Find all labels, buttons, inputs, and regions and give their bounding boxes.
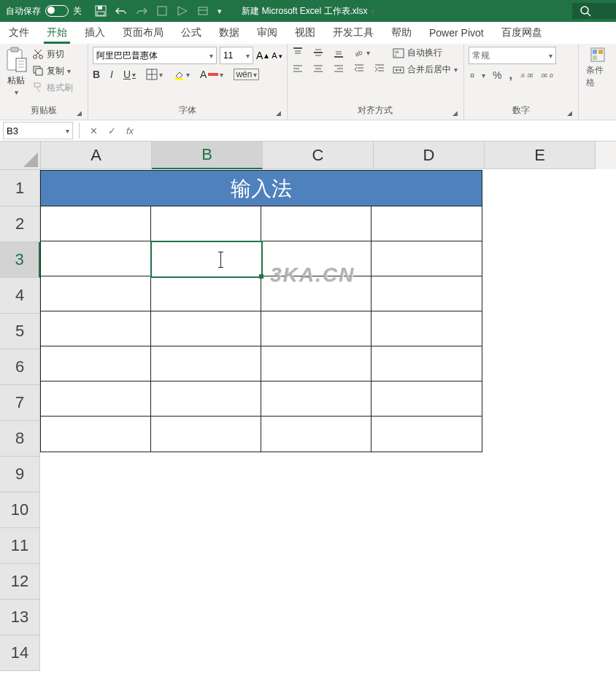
row-header-6[interactable]: 6 bbox=[0, 349, 40, 385]
search-box[interactable] bbox=[572, 3, 616, 19]
decrease-font-icon[interactable]: A▾ bbox=[272, 51, 282, 60]
cell-A4[interactable] bbox=[40, 276, 152, 312]
row-header-8[interactable]: 8 bbox=[0, 421, 40, 457]
col-header-B[interactable]: B bbox=[152, 142, 263, 169]
cell-C8[interactable] bbox=[261, 416, 372, 452]
cell-A2[interactable] bbox=[40, 206, 152, 242]
cell-B3[interactable] bbox=[150, 241, 263, 278]
cell-B2[interactable] bbox=[150, 206, 262, 242]
align-center-icon[interactable] bbox=[312, 63, 324, 74]
select-all-corner[interactable] bbox=[0, 142, 41, 170]
tab-data[interactable]: 数据 bbox=[210, 22, 248, 44]
qat-icon-2[interactable] bbox=[177, 5, 188, 17]
cells-grid[interactable]: 输入法 bbox=[40, 170, 616, 674]
cell-D3[interactable] bbox=[371, 241, 482, 277]
underline-button[interactable]: U ▾ bbox=[123, 69, 136, 80]
qat-icon-3[interactable] bbox=[197, 5, 209, 17]
cell-B5[interactable] bbox=[150, 311, 262, 347]
paste-button[interactable]: 粘贴 ▾ bbox=[4, 47, 28, 96]
row-header-12[interactable]: 12 bbox=[0, 564, 40, 600]
border-button[interactable]: ▾ bbox=[146, 69, 163, 80]
cell-B4[interactable] bbox=[150, 276, 262, 312]
tab-formulas[interactable]: 公式 bbox=[172, 22, 210, 44]
bold-button[interactable]: B bbox=[93, 69, 100, 80]
tab-review[interactable]: 审阅 bbox=[248, 22, 286, 44]
cell-A5[interactable] bbox=[40, 311, 152, 347]
dialog-launcher-icon[interactable]: ◢ bbox=[567, 109, 572, 117]
col-header-E[interactable]: E bbox=[485, 142, 596, 169]
dialog-launcher-icon[interactable]: ◢ bbox=[77, 109, 82, 117]
font-size-dropdown[interactable]: 11▾ bbox=[220, 47, 253, 64]
italic-button[interactable]: I bbox=[110, 69, 113, 80]
increase-decimal-icon[interactable]: .0.00 bbox=[520, 70, 533, 80]
align-bottom-icon[interactable] bbox=[333, 47, 344, 58]
cancel-icon[interactable]: ✕ bbox=[90, 125, 98, 136]
row-header-3[interactable]: 3 bbox=[0, 242, 40, 278]
filename-chevron-icon[interactable]: ▾ bbox=[371, 7, 374, 15]
indent-increase-icon[interactable] bbox=[374, 63, 385, 74]
row-header-1[interactable]: 1 bbox=[0, 170, 40, 206]
number-format-dropdown[interactable]: 常规▾ bbox=[469, 47, 556, 64]
qat-more-icon[interactable]: ▾ bbox=[217, 7, 222, 16]
qat-icon-1[interactable] bbox=[156, 5, 168, 17]
orientation-icon[interactable]: ab▾ bbox=[353, 47, 370, 58]
tab-layout[interactable]: 页面布局 bbox=[114, 22, 172, 44]
tab-home[interactable]: 开始 bbox=[38, 22, 76, 44]
decrease-decimal-icon[interactable]: .00.0 bbox=[540, 70, 553, 80]
wrap-text-button[interactable]: abc自动换行 bbox=[393, 47, 458, 59]
cell-A7[interactable] bbox=[40, 381, 152, 417]
row-header-7[interactable]: 7 bbox=[0, 385, 40, 421]
align-top-icon[interactable] bbox=[292, 47, 304, 58]
row-header-14[interactable]: 14 bbox=[0, 635, 40, 671]
fx-icon[interactable]: fx bbox=[126, 125, 134, 136]
cell-D7[interactable] bbox=[371, 381, 482, 417]
row-header-5[interactable]: 5 bbox=[0, 314, 40, 349]
cell-C5[interactable] bbox=[261, 311, 372, 347]
conditional-format-button[interactable]: 条件格 bbox=[583, 47, 612, 89]
increase-font-icon[interactable]: A▴ bbox=[256, 50, 269, 61]
font-color-button[interactable]: A▾ bbox=[200, 69, 223, 80]
row-header-9[interactable]: 9 bbox=[0, 457, 40, 492]
format-painter-button[interactable]: 格式刷 bbox=[32, 80, 73, 95]
cell-D5[interactable] bbox=[371, 311, 482, 347]
tab-dev[interactable]: 开发工具 bbox=[324, 22, 382, 44]
save-icon[interactable] bbox=[95, 5, 107, 17]
cell-A6[interactable] bbox=[40, 346, 152, 382]
autosave-toggle[interactable]: 自动保存 关 bbox=[0, 5, 88, 18]
dialog-launcher-icon[interactable]: ◢ bbox=[276, 109, 281, 117]
fill-color-button[interactable]: ▾ bbox=[173, 69, 190, 80]
name-box[interactable]: B3▾ bbox=[3, 122, 73, 139]
tab-help[interactable]: 帮助 bbox=[382, 22, 420, 44]
row-header-2[interactable]: 2 bbox=[0, 206, 40, 242]
row-header-4[interactable]: 4 bbox=[0, 278, 40, 314]
redo-icon[interactable] bbox=[136, 5, 147, 17]
cell-B7[interactable] bbox=[150, 381, 262, 417]
cell-D2[interactable] bbox=[371, 206, 482, 242]
row-header-11[interactable]: 11 bbox=[0, 528, 40, 564]
cell-C6[interactable] bbox=[261, 346, 372, 382]
col-header-D[interactable]: D bbox=[374, 142, 485, 169]
col-header-A[interactable]: A bbox=[41, 142, 152, 169]
dialog-launcher-icon[interactable]: ◢ bbox=[453, 109, 458, 117]
tab-file[interactable]: 文件 bbox=[0, 22, 38, 44]
cell-A1-merged[interactable]: 输入法 bbox=[40, 170, 482, 207]
enter-icon[interactable]: ✓ bbox=[108, 125, 116, 136]
cell-D4[interactable] bbox=[371, 276, 482, 312]
currency-icon[interactable]: ¤▾ bbox=[469, 69, 485, 81]
cell-D6[interactable] bbox=[371, 346, 482, 382]
tab-insert[interactable]: 插入 bbox=[76, 22, 114, 44]
indent-decrease-icon[interactable] bbox=[353, 63, 365, 74]
align-right-icon[interactable] bbox=[333, 63, 344, 74]
cell-B6[interactable] bbox=[150, 346, 262, 382]
phonetic-button[interactable]: wén ▾ bbox=[234, 69, 259, 80]
row-header-10[interactable]: 10 bbox=[0, 492, 40, 528]
copy-button[interactable]: 复制▾ bbox=[32, 63, 73, 78]
align-middle-icon[interactable] bbox=[312, 47, 324, 58]
cell-B8[interactable] bbox=[150, 416, 262, 452]
comma-icon[interactable]: , bbox=[509, 69, 512, 82]
cut-button[interactable]: 剪切 bbox=[32, 47, 73, 61]
cell-A3[interactable] bbox=[40, 241, 152, 277]
col-header-C[interactable]: C bbox=[263, 142, 374, 169]
cell-A8[interactable] bbox=[40, 416, 152, 452]
row-header-13[interactable]: 13 bbox=[0, 600, 40, 635]
